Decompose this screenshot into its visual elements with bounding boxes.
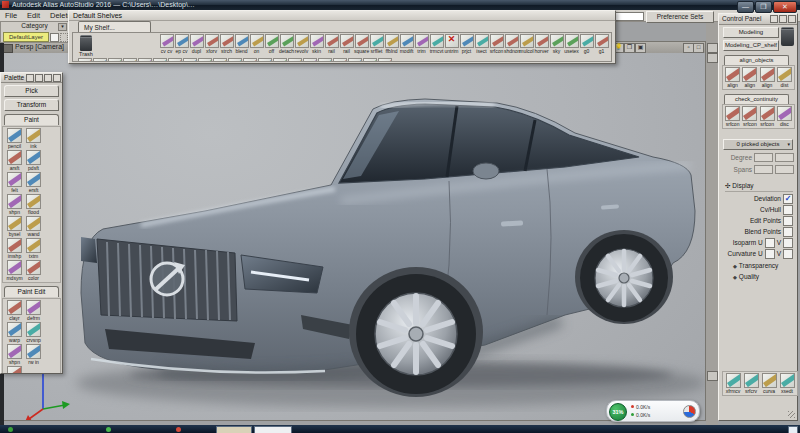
- palette-tool-clayr[interactable]: clayr: [5, 300, 24, 321]
- shelf-tool-shdnon[interactable]: shdnon: [504, 34, 519, 54]
- palette-tool-rw-in[interactable]: rw in: [24, 344, 43, 365]
- minimize-button[interactable]: —: [737, 1, 754, 13]
- shelf-tool-t4[interactable]: [137, 58, 152, 62]
- shelf-tool-t14[interactable]: [287, 58, 302, 62]
- palette-tool-flood[interactable]: flood: [24, 194, 43, 215]
- palette-tool-imshp[interactable]: imshp: [5, 238, 24, 259]
- degree-u-field[interactable]: [754, 153, 773, 162]
- car-model-volvo-sedan[interactable]: [1, 53, 705, 420]
- shelf-tool-detach[interactable]: detach: [279, 34, 294, 54]
- shelf-tool-t6[interactable]: [167, 58, 182, 62]
- shelf-tool-srfcon[interactable]: srfcon: [489, 34, 504, 54]
- shelf-tool-t2[interactable]: [107, 58, 122, 62]
- cp-bottom-tool-xfrmcv[interactable]: xfrmcv: [724, 373, 742, 394]
- section-transparency[interactable]: ◆Transparency: [733, 262, 797, 269]
- cp-bottom-tool-srfcrv[interactable]: srfcrv: [742, 373, 760, 394]
- palette-titlebar[interactable]: Palette: [1, 73, 62, 83]
- control-panel-window[interactable]: Control Panel Modeling Modeling_CP_shelf…: [718, 13, 798, 421]
- panel-toggle-button[interactable]: [707, 43, 718, 53]
- shelf-tool-isect[interactable]: isect: [474, 34, 489, 54]
- shelf-tool-t12[interactable]: [257, 58, 272, 62]
- menu-file[interactable]: File: [0, 10, 22, 20]
- close-icon[interactable]: [788, 15, 796, 23]
- checkbox-v[interactable]: [783, 249, 793, 259]
- browser-icon[interactable]: [683, 405, 696, 418]
- palette-section-paint-edit[interactable]: Paint Edit: [4, 286, 59, 297]
- spans-u-field[interactable]: [754, 165, 773, 174]
- palette-tool-arsft[interactable]: arsft: [5, 150, 24, 171]
- display-section-header[interactable]: ✣ Display: [725, 182, 793, 192]
- taskbar-start-icon[interactable]: [8, 427, 13, 432]
- shelf-tool-t15[interactable]: [302, 58, 317, 62]
- resize-grip[interactable]: [788, 411, 795, 418]
- shelf-tool-t13[interactable]: [272, 58, 287, 62]
- shelf-tool-modift[interactable]: modift: [399, 34, 414, 54]
- shelf-tool-t3[interactable]: [122, 58, 137, 62]
- degree-v-field[interactable]: [775, 153, 794, 162]
- palette-tool-pencil[interactable]: pencil: [5, 128, 24, 149]
- shelf-tool-t5[interactable]: [152, 58, 167, 62]
- checkbox-curvature-u[interactable]: [765, 249, 775, 259]
- shelf-tool-t0[interactable]: [77, 58, 92, 62]
- 3d-canvas[interactable]: [1, 53, 705, 420]
- cp-tool-srfcon[interactable]: srfcon: [741, 106, 758, 127]
- perspective-viewport[interactable]: Persp [Camera] 💡 ❐ ▣ ▫ □: [0, 41, 706, 421]
- shelf-tool-ffblnd[interactable]: ffblnd: [384, 34, 399, 54]
- palette-tool-ink[interactable]: ink: [24, 128, 43, 149]
- menu-edit[interactable]: Edit: [22, 10, 45, 20]
- cp-tool-srfcon[interactable]: srfcon: [759, 106, 776, 127]
- shelf-tool-ep-cv[interactable]: ep cv: [174, 34, 189, 54]
- shelf-tool-g0[interactable]: g0: [579, 34, 594, 54]
- maximize-icon[interactable]: □: [693, 43, 704, 53]
- cp-tab-check_continuity[interactable]: check_continuity: [724, 94, 789, 104]
- taskbar-app-icon[interactable]: [176, 427, 181, 432]
- panel-button[interactable]: [779, 15, 787, 23]
- shelf-tool-t17[interactable]: [332, 58, 347, 62]
- shelf-tool-t10[interactable]: [227, 58, 242, 62]
- modeling-dropdown[interactable]: Modeling: [723, 27, 779, 38]
- shelf-tool-t20[interactable]: [377, 58, 392, 62]
- shelf-tool-untrim[interactable]: ✕untrim: [444, 34, 459, 54]
- panel-toggle-button[interactable]: [707, 53, 718, 63]
- taskbar-window-button[interactable]: [254, 426, 292, 433]
- palette-button[interactable]: [26, 74, 34, 82]
- palette-tool-felt[interactable]: felt: [5, 172, 24, 193]
- palette-tool-shpn[interactable]: shpn: [5, 194, 24, 215]
- shelf-tool-t18[interactable]: [347, 58, 362, 62]
- shelf-tool-t9[interactable]: [212, 58, 227, 62]
- palette-tool-bysel[interactable]: bysel: [5, 216, 24, 237]
- palette-tool-warp[interactable]: warp: [5, 322, 24, 343]
- chevron-down-icon[interactable]: ▾: [58, 23, 67, 31]
- shelf-tool-prjct[interactable]: prjct: [459, 34, 474, 54]
- cp-tool-align[interactable]: align: [724, 67, 741, 88]
- maximize-button[interactable]: ❐: [755, 1, 772, 13]
- window-icon[interactable]: ▣: [635, 43, 646, 53]
- palette-tool-crvsnp[interactable]: crvsnp: [24, 322, 43, 343]
- close-icon[interactable]: [53, 74, 61, 82]
- palette-section-transform[interactable]: Transform: [4, 99, 59, 111]
- checkbox-edit-points[interactable]: [783, 216, 793, 226]
- shelf-tool-on[interactable]: on: [249, 34, 264, 54]
- shelf-tool-strch[interactable]: strch: [219, 34, 234, 54]
- checkbox-v[interactable]: [783, 238, 793, 248]
- close-button[interactable]: ✕: [773, 1, 797, 13]
- shelf-tool-t8[interactable]: [197, 58, 212, 62]
- checkbox-deviation[interactable]: ✓: [783, 194, 793, 204]
- cp-bottom-tool-xsedt[interactable]: xsedt: [778, 373, 796, 394]
- palette-tool-envmap[interactable]: envmap: [5, 366, 24, 374]
- panel-toggle-button[interactable]: [707, 371, 718, 381]
- shelf-tool-t1[interactable]: [92, 58, 107, 62]
- shelf-tool-t16[interactable]: [317, 58, 332, 62]
- layer-visibility-checkbox[interactable]: [50, 33, 59, 42]
- shelf-tool-g1[interactable]: g1: [594, 34, 609, 54]
- cp-bottom-tool-curva[interactable]: curva: [760, 373, 778, 394]
- window-titlebar[interactable]: Autodesk Alias AutoStudio 2016 — C:\User…: [0, 0, 800, 10]
- checkbox-blend-points[interactable]: [783, 227, 793, 237]
- palette-tool-txtm[interactable]: txtm: [24, 238, 43, 259]
- trash-drop-target[interactable]: Trash: [77, 35, 95, 57]
- control-panel-titlebar[interactable]: Control Panel: [719, 14, 797, 25]
- preference-sets-button[interactable]: Preference Sets: [646, 11, 714, 23]
- shelf-tool-usetex[interactable]: usetex: [564, 34, 579, 54]
- default-shelves-window[interactable]: Default Shelves My Shelf... Trash cv cve…: [68, 10, 616, 64]
- shelf-tool-t19[interactable]: [362, 58, 377, 62]
